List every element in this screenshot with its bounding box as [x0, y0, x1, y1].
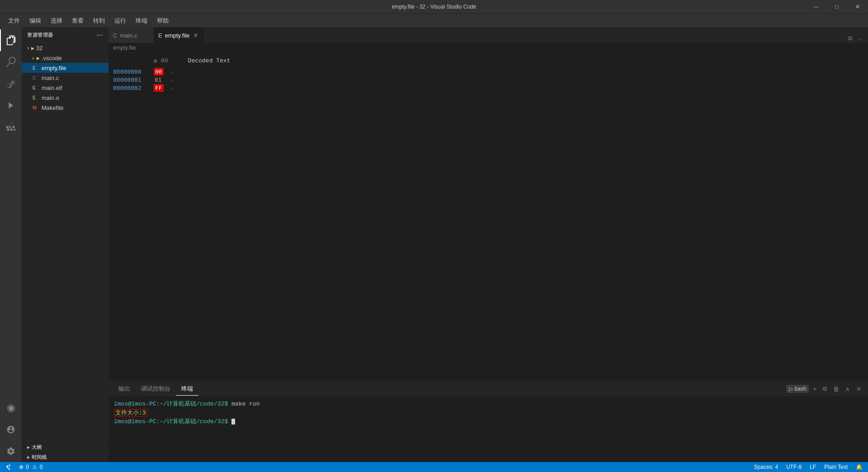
- menu-terminal[interactable]: 终端: [132, 15, 151, 27]
- tab-close-button[interactable]: ✕: [192, 32, 199, 39]
- main-layout: ◉ 资源管理器 ··· ▾ ▸ 32 ▸ ▸ .vscode: [0, 27, 868, 462]
- menu-view[interactable]: 查看: [68, 15, 87, 27]
- status-spaces[interactable]: Spaces: 4: [752, 464, 780, 470]
- hex-row-2[interactable]: 00000002 FF .: [108, 84, 868, 92]
- terminal-controls: ▷ bash + ⧉ 🗑 ∧ ✕: [786, 384, 863, 393]
- sidebar-item-vscode[interactable]: ▸ ▸ .vscode: [22, 53, 108, 63]
- hex-decoded-1: .: [170, 76, 174, 83]
- hex-decoded-2: .: [171, 85, 175, 91]
- menu-edit[interactable]: 编辑: [26, 15, 45, 27]
- editor-content: ⚙ 00 Decoded Text 00000000 00 . 00000001…: [108, 53, 868, 381]
- c-file-icon: C: [33, 75, 40, 80]
- hex-byte-header: 00: [161, 57, 188, 65]
- hex-settings-icon[interactable]: ⚙: [154, 57, 157, 65]
- file-icon: E: [33, 65, 40, 71]
- close-terminal-button[interactable]: ✕: [854, 385, 863, 393]
- sidebar-item-makefile[interactable]: M Makefile: [22, 103, 108, 113]
- remote-activity-icon[interactable]: ◉: [0, 397, 22, 419]
- status-language[interactable]: Plain Text: [822, 464, 849, 470]
- sidebar-item-main-o[interactable]: E main.o: [22, 93, 108, 103]
- minimize-button[interactable]: ─: [806, 0, 826, 14]
- hex-decoded-header: Decoded Text: [188, 57, 231, 65]
- errors-warnings-status[interactable]: ⊗ 0 ⚠ 0: [17, 464, 44, 470]
- menu-run[interactable]: 运行: [111, 15, 130, 27]
- terminal-area: 输出 调试控制台 终端 ▷ bash + ⧉ 🗑 ∧ ✕ lmos@lmos-P…: [108, 381, 868, 462]
- extensions-activity-icon[interactable]: [0, 116, 22, 138]
- sidebar-item-main-c[interactable]: C main.c: [22, 73, 108, 83]
- hex-row-0[interactable]: 00000000 00 .: [108, 67, 868, 76]
- chevron-right-icon: ▸: [33, 56, 35, 61]
- error-icon: ⊗: [19, 464, 24, 470]
- close-button[interactable]: ✕: [847, 0, 868, 14]
- explorer-icon[interactable]: [0, 29, 22, 51]
- menu-help[interactable]: 帮助: [153, 15, 172, 27]
- sidebar-item-32[interactable]: ▾ ▸ 32: [22, 43, 108, 53]
- hex-offset-1: 00000001: [113, 76, 154, 83]
- timeline-section[interactable]: ▸ 时间线: [22, 452, 108, 462]
- status-bar-left: ⊗ 0 ⚠ 0: [4, 464, 44, 470]
- makefile-icon: M: [33, 105, 40, 110]
- run-activity-icon[interactable]: [0, 94, 22, 116]
- menu-goto[interactable]: 转到: [90, 15, 108, 27]
- breadcrumb: empty.file: [108, 43, 868, 53]
- terminal-line-1: 文件大小:3: [114, 409, 863, 418]
- warning-icon: ⚠: [32, 464, 37, 470]
- status-bar-right: Spaces: 4 UTF-8 LF Plain Text 🔔: [752, 464, 864, 470]
- git-branch-status[interactable]: [4, 464, 13, 470]
- sidebar-item-empty-file[interactable]: E empty.file: [22, 63, 108, 73]
- hex-byte-1[interactable]: 01: [154, 76, 163, 83]
- folder-icon: ▸: [37, 54, 40, 61]
- sidebar-tree: ▾ ▸ 32 ▸ ▸ .vscode E empty.file C main.c: [22, 43, 108, 442]
- sidebar-more-button[interactable]: ···: [96, 31, 103, 39]
- terminal-content[interactable]: lmos@lmos-PC:~/计算机基础/code/32$ make run 文…: [108, 397, 868, 462]
- split-terminal-button[interactable]: ⧉: [821, 384, 829, 393]
- tab-bar: C main.c E empty.file ✕ ⧉ ···: [108, 27, 868, 43]
- terminal-tab-terminal[interactable]: 终端: [176, 382, 198, 396]
- kill-terminal-button[interactable]: 🗑: [831, 385, 841, 393]
- hex-offset-header: [113, 57, 154, 65]
- terminal-line-2: lmos@lmos-PC:~/计算机基础/code/32$: [114, 417, 863, 426]
- account-activity-icon[interactable]: [0, 419, 22, 440]
- tree-item-label: main.elf: [42, 85, 62, 91]
- breadcrumb-item[interactable]: empty.file: [113, 45, 136, 51]
- chevron-right-icon: ▸: [27, 454, 30, 460]
- hex-offset-2: 00000002: [113, 85, 154, 91]
- new-terminal-button[interactable]: +: [811, 385, 819, 393]
- hex-offset-0: 00000000: [113, 68, 154, 75]
- tab-empty-file[interactable]: E empty.file ✕: [154, 27, 204, 43]
- terminal-tab-output[interactable]: 输出: [113, 382, 136, 396]
- maximize-button[interactable]: □: [826, 0, 847, 14]
- tree-item-label: 32: [36, 45, 42, 52]
- tree-item-label: .vscode: [42, 55, 62, 61]
- activity-bar: ◉: [0, 27, 22, 462]
- settings-activity-icon[interactable]: [0, 440, 22, 462]
- maximize-terminal-button[interactable]: ∧: [843, 385, 852, 393]
- terminal-cmd-0: make run: [231, 401, 259, 407]
- terminal-tab-debug[interactable]: 调试控制台: [136, 382, 176, 396]
- tab-bar-right: ⧉ ···: [846, 34, 868, 43]
- sidebar-item-main-elf[interactable]: E main.elf: [22, 83, 108, 93]
- e-file-tab-icon: E: [158, 32, 162, 39]
- status-encoding[interactable]: UTF-8: [784, 464, 803, 470]
- more-actions-button[interactable]: ···: [856, 34, 864, 43]
- hex-row-1[interactable]: 00000001 01 .: [108, 76, 868, 84]
- hex-byte-0[interactable]: 00: [154, 68, 164, 76]
- c-file-tab-icon: C: [113, 32, 117, 39]
- outline-section[interactable]: ▸ 大纲: [22, 442, 108, 452]
- status-eol[interactable]: LF: [808, 464, 818, 470]
- hex-editor[interactable]: ⚙ 00 Decoded Text 00000000 00 . 00000001…: [108, 53, 868, 381]
- status-bar: ⊗ 0 ⚠ 0 Spaces: 4 UTF-8 LF Plain Text 🔔: [0, 462, 868, 472]
- search-activity-icon[interactable]: [0, 51, 22, 73]
- source-control-activity-icon[interactable]: [0, 73, 22, 94]
- outline-label: 大纲: [32, 444, 42, 451]
- hex-byte-2[interactable]: FF: [154, 84, 164, 92]
- terminal-shell-label: ▷ bash: [786, 385, 809, 393]
- folder-icon: ▸: [31, 44, 34, 52]
- split-editor-button[interactable]: ⧉: [846, 34, 854, 43]
- menu-file[interactable]: 文件: [5, 15, 24, 27]
- status-notification[interactable]: 🔔: [854, 464, 864, 470]
- tab-main-c[interactable]: C main.c: [108, 27, 154, 43]
- terminal-tab-group: 输出 调试控制台 终端: [113, 382, 198, 396]
- timeline-label: 时间线: [32, 454, 47, 461]
- menu-select[interactable]: 选择: [47, 15, 66, 27]
